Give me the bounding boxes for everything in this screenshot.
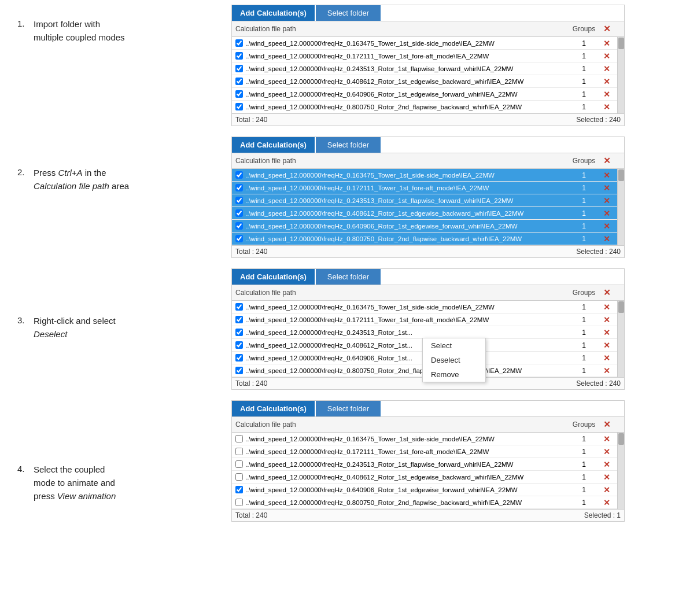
- table-row[interactable]: ..\wind_speed_12.000000\freqHz_0.172111_…: [232, 50, 617, 62]
- row-remove-icon[interactable]: ✕: [600, 460, 614, 469]
- remove-all-icon-2[interactable]: ✕: [603, 156, 611, 165]
- row-remove-icon[interactable]: ✕: [600, 303, 614, 312]
- row-remove-icon[interactable]: ✕: [600, 366, 614, 375]
- row-checkbox[interactable]: [235, 329, 243, 336]
- row-checkbox[interactable]: [235, 184, 243, 191]
- row-checkbox[interactable]: [235, 103, 243, 110]
- table-row[interactable]: ..\wind_speed_12.000000\freqHz_0.243513_…: [232, 326, 617, 339]
- select-folder-button-2[interactable]: Select folder: [316, 137, 381, 153]
- header-remove-3[interactable]: ✕: [600, 287, 614, 298]
- row-groups: 1: [568, 303, 600, 311]
- table-row[interactable]: ..\wind_speed_12.000000\freqHz_0.243513_…: [232, 62, 617, 75]
- row-remove-icon[interactable]: ✕: [600, 473, 614, 482]
- add-calculations-button-1[interactable]: Add Calculation(s): [232, 5, 315, 21]
- table-row[interactable]: ..\wind_speed_12.000000\freqHz_0.163475_…: [232, 301, 617, 313]
- table-row[interactable]: ..\wind_speed_12.000000\freqHz_0.800750_…: [232, 101, 617, 113]
- table-row[interactable]: ..\wind_speed_12.000000\freqHz_0.408612_…: [232, 207, 617, 220]
- context-menu-remove[interactable]: Remove: [423, 367, 485, 382]
- table-row[interactable]: ..\wind_speed_12.000000\freqHz_0.163475_…: [232, 37, 617, 50]
- table-row[interactable]: ..\wind_speed_12.000000\freqHz_0.163475_…: [232, 169, 617, 182]
- row-checkbox[interactable]: [235, 222, 243, 230]
- row-remove-icon[interactable]: ✕: [600, 77, 614, 86]
- add-calculations-button-3[interactable]: Add Calculation(s): [232, 269, 315, 285]
- header-remove-4[interactable]: ✕: [600, 419, 614, 430]
- row-remove-icon[interactable]: ✕: [600, 51, 614, 61]
- row-checkbox[interactable]: [235, 171, 243, 179]
- scrollbar-1[interactable]: [617, 37, 624, 113]
- table-row[interactable]: ..\wind_speed_12.000000\freqHz_0.243513_…: [232, 458, 617, 471]
- row-checkbox[interactable]: [235, 499, 243, 506]
- row-checkbox[interactable]: [235, 78, 243, 85]
- row-remove-icon[interactable]: ✕: [600, 353, 614, 363]
- row-path: ..\wind_speed_12.000000\freqHz_0.163475_…: [245, 436, 568, 442]
- row-remove-icon[interactable]: ✕: [600, 485, 614, 495]
- row-checkbox[interactable]: [235, 39, 243, 47]
- table-row[interactable]: ..\wind_speed_12.000000\freqHz_0.640906_…: [232, 484, 617, 496]
- row-remove-icon[interactable]: ✕: [600, 328, 614, 337]
- table-row[interactable]: ..\wind_speed_12.000000\freqHz_0.408612_…: [232, 75, 617, 88]
- row-checkbox[interactable]: [235, 367, 243, 374]
- table-row[interactable]: ..\wind_speed_12.000000\freqHz_0.172111_…: [232, 182, 617, 194]
- row-checkbox[interactable]: [235, 235, 243, 242]
- table-row[interactable]: ..\wind_speed_12.000000\freqHz_0.800750_…: [232, 496, 617, 509]
- row-remove-icon[interactable]: ✕: [600, 64, 614, 73]
- row-checkbox[interactable]: [235, 303, 243, 311]
- row-groups: 1: [568, 197, 600, 205]
- add-calculations-button-2[interactable]: Add Calculation(s): [232, 137, 315, 153]
- row-remove-icon[interactable]: ✕: [600, 222, 614, 231]
- row-path: ..\wind_speed_12.000000\freqHz_0.408612_…: [245, 474, 568, 481]
- table-row[interactable]: ..\wind_speed_12.000000\freqHz_0.243513_…: [232, 194, 617, 207]
- scrollbar-3[interactable]: [617, 301, 624, 377]
- header-path-3: Calculation file path: [235, 289, 568, 297]
- remove-all-icon-3[interactable]: ✕: [603, 287, 611, 297]
- row-groups: 1: [568, 354, 600, 362]
- table-row[interactable]: ..\wind_speed_12.000000\freqHz_0.640906_…: [232, 88, 617, 101]
- row-remove-icon[interactable]: ✕: [600, 434, 614, 444]
- row-checkbox[interactable]: [235, 435, 243, 442]
- row-checkbox[interactable]: [235, 316, 243, 323]
- header-remove-2[interactable]: ✕: [600, 156, 614, 166]
- remove-all-icon-4[interactable]: ✕: [603, 419, 611, 429]
- add-calculations-button-4[interactable]: Add Calculation(s): [232, 401, 315, 416]
- table-row[interactable]: ..\wind_speed_12.000000\freqHz_0.163475_…: [232, 433, 617, 445]
- row-remove-icon[interactable]: ✕: [600, 315, 614, 324]
- total-label-4: Total : 240: [235, 511, 267, 519]
- row-remove-icon[interactable]: ✕: [600, 341, 614, 350]
- scrollbar-2[interactable]: [617, 169, 624, 245]
- row-remove-icon[interactable]: ✕: [600, 39, 614, 48]
- row-remove-icon[interactable]: ✕: [600, 447, 614, 456]
- context-menu-deselect[interactable]: Deselect: [423, 353, 485, 367]
- table-row[interactable]: ..\wind_speed_12.000000\freqHz_0.172111_…: [232, 445, 617, 458]
- row-checkbox[interactable]: [235, 354, 243, 362]
- table-row[interactable]: ..\wind_speed_12.000000\freqHz_0.408612_…: [232, 471, 617, 484]
- row-remove-icon[interactable]: ✕: [600, 183, 614, 193]
- row-remove-icon[interactable]: ✕: [600, 90, 614, 99]
- row-remove-icon[interactable]: ✕: [600, 498, 614, 507]
- select-folder-button-4[interactable]: Select folder: [316, 401, 381, 416]
- row-checkbox[interactable]: [235, 341, 243, 349]
- select-folder-button-1[interactable]: Select folder: [316, 5, 381, 21]
- row-checkbox[interactable]: [235, 486, 243, 493]
- row-checkbox[interactable]: [235, 473, 243, 481]
- row-remove-icon[interactable]: ✕: [600, 102, 614, 112]
- row-path: ..\wind_speed_12.000000\freqHz_0.163475_…: [245, 304, 568, 311]
- row-checkbox[interactable]: [235, 52, 243, 60]
- row-checkbox[interactable]: [235, 460, 243, 468]
- row-checkbox[interactable]: [235, 209, 243, 217]
- row-checkbox[interactable]: [235, 90, 243, 98]
- header-remove-1[interactable]: ✕: [600, 24, 614, 34]
- row-remove-icon[interactable]: ✕: [600, 209, 614, 218]
- row-checkbox[interactable]: [235, 448, 243, 455]
- context-menu-select[interactable]: Select: [423, 338, 485, 353]
- table-row[interactable]: ..\wind_speed_12.000000\freqHz_0.172111_…: [232, 313, 617, 326]
- select-folder-button-3[interactable]: Select folder: [316, 269, 381, 285]
- remove-all-icon-1[interactable]: ✕: [603, 24, 611, 34]
- row-checkbox[interactable]: [235, 197, 243, 204]
- row-remove-icon[interactable]: ✕: [600, 234, 614, 244]
- row-checkbox[interactable]: [235, 65, 243, 72]
- row-remove-icon[interactable]: ✕: [600, 171, 614, 180]
- table-row[interactable]: ..\wind_speed_12.000000\freqHz_0.800750_…: [232, 233, 617, 245]
- table-row[interactable]: ..\wind_speed_12.000000\freqHz_0.640906_…: [232, 220, 617, 233]
- scrollbar-4[interactable]: [617, 433, 624, 509]
- row-remove-icon[interactable]: ✕: [600, 196, 614, 205]
